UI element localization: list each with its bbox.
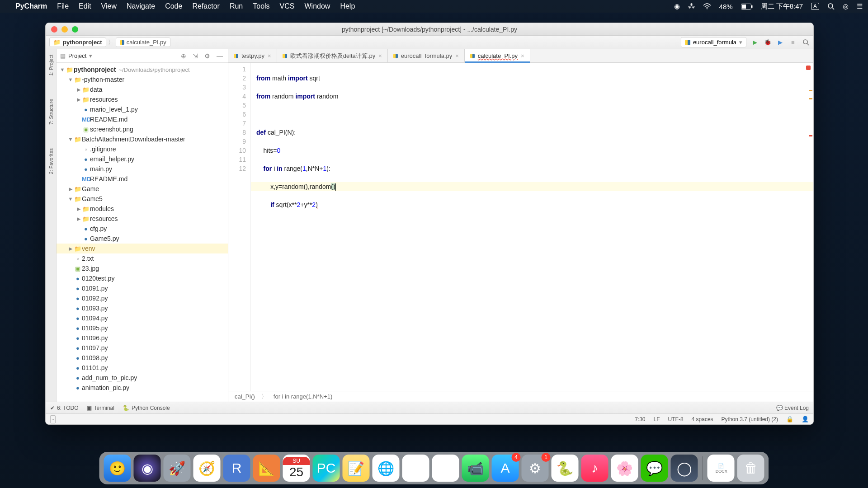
line-separator[interactable]: LF: [654, 416, 660, 422]
menu-run[interactable]: Run: [230, 2, 243, 10]
tree-root[interactable]: ▼📁pythonproject~/Downloads/pythonproject: [57, 65, 228, 75]
dock-matlab[interactable]: 📐: [253, 455, 280, 482]
tree-file[interactable]: 01093.py: [57, 303, 228, 313]
dock-facetime[interactable]: 📹: [462, 455, 489, 482]
menu-navigate[interactable]: Navigate: [127, 2, 155, 10]
dock-safari[interactable]: 🧭: [193, 455, 221, 482]
marker-bar[interactable]: [807, 63, 813, 391]
tool-tab-terminal[interactable]: ▣ Terminal: [87, 405, 114, 411]
readonly-lock-icon[interactable]: 🔒: [786, 416, 793, 422]
warning-mark[interactable]: [809, 90, 812, 91]
run-coverage-button[interactable]: ▶: [776, 38, 784, 47]
locate-icon[interactable]: ⊕: [179, 52, 188, 60]
tab-testpy[interactable]: testpy.py×: [228, 49, 277, 62]
search-everywhere-button[interactable]: [802, 38, 810, 47]
tree-file[interactable]: 0120test.py: [57, 273, 228, 283]
debug-button[interactable]: 🐞: [764, 38, 772, 47]
siri-icon[interactable]: ◎: [843, 2, 849, 10]
collapse-icon[interactable]: ⇲: [191, 52, 199, 60]
tree-file[interactable]: mario_level_1.py: [57, 104, 228, 114]
notification-center-icon[interactable]: ☰: [857, 2, 863, 10]
line-number[interactable]: 6: [228, 110, 246, 119]
menu-view[interactable]: View: [101, 2, 117, 10]
menubar-app[interactable]: PyCharm: [15, 2, 47, 10]
code-body[interactable]: from math import sqrt from random import…: [251, 63, 813, 391]
dock-notes[interactable]: 📝: [343, 455, 370, 482]
run-config-selector[interactable]: eurocall_formula ▾: [681, 37, 746, 47]
tree-file[interactable]: cfg.py: [57, 224, 228, 234]
dock-excel[interactable]: X: [402, 455, 429, 482]
tree-folder[interactable]: ▶📁modules: [57, 204, 228, 214]
breadcrumb-loop[interactable]: for i in range(1,N*N+1): [274, 393, 332, 400]
dock-trash[interactable]: 🗑: [737, 455, 764, 482]
tree-file[interactable]: add_num_to_pic.py: [57, 373, 228, 383]
close-icon[interactable]: ×: [268, 52, 271, 59]
line-number[interactable]: 9: [228, 137, 246, 146]
battery-percent[interactable]: 48%: [719, 3, 733, 10]
line-number[interactable]: 4: [228, 92, 246, 101]
tree-folder[interactable]: ▶📁Game: [57, 184, 228, 194]
tool-tab-event-log[interactable]: 💬 Event Log: [776, 405, 809, 411]
line-number[interactable]: 10: [228, 146, 246, 155]
menu-refactor[interactable]: Refactor: [192, 2, 219, 10]
menu-file[interactable]: File: [57, 2, 69, 10]
tree-file[interactable]: email_helper.py: [57, 154, 228, 164]
tree-file[interactable]: 01101.py: [57, 363, 228, 373]
menu-edit[interactable]: Edit: [79, 2, 91, 10]
battery-icon[interactable]: [741, 4, 753, 9]
tree-file[interactable]: 01092.py: [57, 293, 228, 303]
breadcrumb-project[interactable]: 📁 pythonproject: [49, 38, 106, 47]
dock-rstudio[interactable]: R: [223, 455, 250, 482]
dock-word[interactable]: W: [432, 455, 459, 482]
dock-chrome[interactable]: 🌐: [373, 455, 400, 482]
breadcrumb-file[interactable]: calculate_PI.py: [116, 38, 170, 47]
window-titlebar[interactable]: pythonproject [~/Downloads/pythonproject…: [46, 23, 813, 36]
project-tree[interactable]: ▼📁pythonproject~/Downloads/pythonproject…: [57, 63, 228, 402]
line-gutter[interactable]: 1 2 3 4 5 6 7 8 9 10 11 12: [228, 63, 251, 391]
menu-code[interactable]: Code: [165, 2, 182, 10]
tree-file[interactable]: 01097.py: [57, 343, 228, 353]
caret-position[interactable]: 7:30: [635, 416, 645, 422]
tool-tab-favorites[interactable]: 2: Favorites: [47, 145, 55, 177]
tree-file[interactable]: ▣23.jpg: [57, 263, 228, 273]
menu-tools[interactable]: Tools: [253, 2, 269, 10]
warning-mark[interactable]: [809, 98, 812, 99]
line-number[interactable]: 1: [228, 65, 246, 74]
tab-eurocall-formula[interactable]: eurocall_formula.py×: [388, 49, 465, 62]
dock-itunes[interactable]: ♪: [581, 455, 609, 482]
run-button[interactable]: ▶: [751, 38, 759, 47]
tree-folder[interactable]: ▼📁Game5: [57, 194, 228, 204]
line-number[interactable]: 3: [228, 83, 246, 92]
wifi-icon[interactable]: [703, 3, 711, 9]
tree-folder[interactable]: ▼📁-python-master: [57, 75, 228, 84]
tree-folder[interactable]: ▶📁resources: [57, 214, 228, 224]
dock-wechat[interactable]: 💬: [641, 455, 668, 482]
tab-eurocall-cn[interactable]: 欧式看涨期权价格及delta计算.py×: [277, 49, 388, 62]
tab-calculate-pi[interactable]: calculate_PI.py×: [465, 49, 530, 62]
line-number[interactable]: 5: [228, 101, 246, 110]
python-interpreter[interactable]: Python 3.7 (untitled) (2): [722, 416, 778, 422]
tool-tab-project[interactable]: 1: Project: [47, 52, 55, 78]
dock-photos[interactable]: 🌸: [611, 455, 638, 482]
close-icon[interactable]: ×: [378, 52, 382, 59]
tree-file[interactable]: 01094.py: [57, 313, 228, 323]
chevron-down-icon[interactable]: ▾: [89, 52, 92, 59]
tree-file[interactable]: 01095.py: [57, 323, 228, 333]
status-bar-toggle-icon[interactable]: ▫: [50, 415, 56, 423]
line-number[interactable]: 8: [228, 128, 246, 137]
tree-file[interactable]: 01096.py: [57, 333, 228, 343]
tool-tab-python-console[interactable]: 🐍 Python Console: [123, 405, 170, 411]
dock-python-idle[interactable]: 🐍: [552, 455, 579, 482]
tree-file[interactable]: Game5.py: [57, 234, 228, 244]
spotlight-icon[interactable]: [827, 3, 835, 10]
error-mark[interactable]: [809, 135, 812, 136]
gear-icon[interactable]: ⚙: [203, 52, 212, 60]
menubar-clock[interactable]: 周二 下午8:47: [761, 2, 803, 11]
tool-tab-todo[interactable]: ✔ 6: TODO: [50, 405, 79, 411]
dock-finder[interactable]: 🙂: [104, 455, 131, 482]
menu-vcs[interactable]: VCS: [280, 2, 295, 10]
menu-window[interactable]: Window: [305, 2, 330, 10]
line-number[interactable]: 7: [228, 119, 246, 128]
tree-file[interactable]: ▫.gitignore: [57, 144, 228, 154]
hide-panel-icon[interactable]: —: [215, 52, 224, 60]
